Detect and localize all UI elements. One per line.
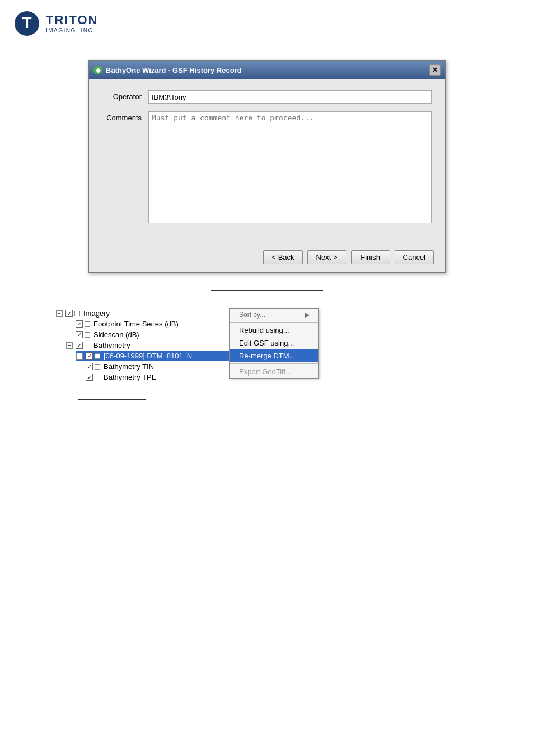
context-menu-rebuild[interactable]: Rebuild using... — [230, 324, 318, 337]
checkbox-tin[interactable] — [86, 363, 93, 370]
tree-context-section: − Imagery Footprint Time Series (dB) Sid… — [34, 308, 500, 382]
header: T TRITON IMAGING, INC — [0, 0, 534, 43]
context-menu-header: Sort by... ▶ — [230, 309, 318, 321]
tree-item-sidescan[interactable]: Sidescan (dB) — [66, 329, 229, 340]
square-imagery — [74, 311, 80, 316]
label-sidescan: Sidescan (dB) — [93, 330, 139, 339]
label-dtm: [06-09-1999] DTM_8101_N — [104, 352, 192, 360]
triton-logo-icon: T — [13, 10, 40, 37]
context-menu-sort-label: Sort by... — [239, 311, 265, 319]
expand-bathymetry[interactable]: − — [66, 342, 73, 349]
tree-item-dtm[interactable]: + [06-09-1999] DTM_8101_N — [76, 351, 229, 361]
next-button[interactable]: Next > — [307, 250, 346, 264]
dialog-title-left: ◆ BathyOne Wizard - GSF History Record — [93, 66, 242, 74]
logo-text: TRITON IMAGING, INC — [46, 13, 98, 33]
comments-textarea[interactable] — [148, 111, 432, 223]
context-menu-arrow: ▶ — [305, 311, 310, 319]
context-menu-sep-2 — [230, 363, 318, 364]
dialog-close-button[interactable]: ✕ — [429, 64, 441, 76]
tree-item-bathymetry[interactable]: − Bathymetry — [66, 340, 229, 351]
checkbox-footprint[interactable] — [76, 320, 83, 328]
operator-label: Operator — [102, 90, 142, 101]
checkbox-imagery[interactable] — [65, 310, 73, 317]
checkbox-tpe[interactable] — [86, 374, 93, 381]
context-menu-edit[interactable]: Edit GSF using... — [230, 337, 318, 349]
dialog-footer: < Back Next > Finish Cancel — [89, 242, 445, 272]
dialog-body: Operator Comments — [89, 79, 445, 242]
divider-1 — [211, 290, 323, 291]
divider-2 — [78, 399, 146, 400]
square-dtm — [95, 353, 100, 359]
main-content: ◆ BathyOne Wizard - GSF History Record ✕… — [0, 43, 534, 428]
tree-item-tpe[interactable]: Bathymetry TPE — [76, 372, 229, 382]
square-tpe — [95, 375, 100, 380]
logo-sub-label: IMAGING, INC — [46, 27, 98, 34]
back-button[interactable]: < Back — [263, 250, 302, 264]
context-menu-remerge[interactable]: Re-merge DTM... — [230, 349, 318, 362]
label-tpe: Bathymetry TPE — [104, 373, 156, 381]
tree-item-tin[interactable]: Bathymetry TIN — [76, 361, 229, 372]
context-menu: Sort by... ▶ Rebuild using... Edit GSF u… — [229, 308, 319, 379]
expand-placeholder-footprint — [66, 321, 73, 328]
dialog-title-icon: ◆ — [93, 66, 102, 74]
square-footprint — [85, 321, 90, 327]
label-imagery: Imagery — [83, 309, 110, 318]
checkbox-bathymetry[interactable] — [76, 342, 83, 349]
label-bathymetry: Bathymetry — [93, 341, 130, 349]
context-menu-export: Export GeoTiff... — [230, 365, 318, 378]
checkbox-dtm[interactable] — [86, 352, 93, 360]
tree-panel: − Imagery Footprint Time Series (dB) Sid… — [56, 308, 229, 382]
label-footprint: Footprint Time Series (dB) — [93, 320, 179, 328]
operator-row: Operator — [102, 90, 432, 104]
dialog-titlebar: ◆ BathyOne Wizard - GSF History Record ✕ — [89, 61, 445, 79]
tree-item-footprint[interactable]: Footprint Time Series (dB) — [66, 319, 229, 329]
square-bathymetry — [85, 343, 90, 348]
wizard-dialog: ◆ BathyOne Wizard - GSF History Record ✕… — [88, 60, 446, 273]
square-sidescan — [85, 332, 90, 338]
context-menu-sep-1 — [230, 322, 318, 323]
expand-placeholder-tin — [76, 363, 83, 370]
logo-triton-label: TRITON — [46, 13, 98, 27]
expand-dtm[interactable]: + — [76, 353, 83, 360]
operator-input[interactable] — [148, 90, 432, 104]
cancel-button[interactable]: Cancel — [395, 250, 434, 264]
expand-imagery[interactable]: − — [56, 310, 63, 317]
comments-label: Comments — [102, 111, 142, 122]
logo: T TRITON IMAGING, INC — [13, 10, 98, 37]
dialog-title: BathyOne Wizard - GSF History Record — [106, 66, 242, 74]
expand-placeholder-tpe — [76, 374, 83, 381]
comments-row: Comments — [102, 111, 432, 223]
checkbox-sidescan[interactable] — [76, 331, 83, 338]
tree-item-imagery[interactable]: − Imagery — [56, 308, 229, 319]
expand-placeholder-sidescan — [66, 332, 73, 338]
finish-button[interactable]: Finish — [351, 250, 390, 264]
svg-text:T: T — [22, 14, 31, 31]
square-tin — [95, 364, 100, 370]
label-tin: Bathymetry TIN — [104, 362, 154, 371]
